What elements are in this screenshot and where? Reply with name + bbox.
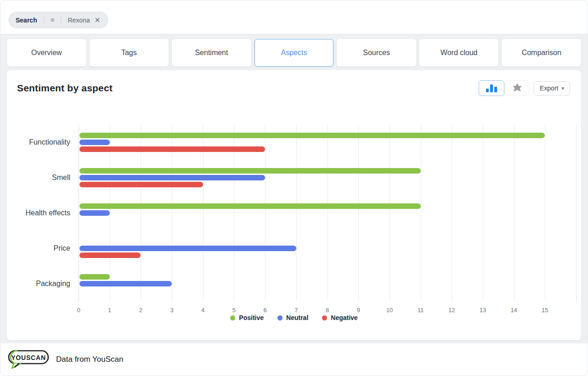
legend-item-negative[interactable]: Negative: [322, 314, 357, 321]
x-tick-label: 5: [232, 307, 236, 314]
gridline: [452, 124, 452, 301]
star-button[interactable]: [505, 80, 529, 96]
remove-filter-icon[interactable]: ✕: [94, 16, 102, 24]
export-label: Export: [540, 84, 558, 92]
gridline: [296, 124, 297, 301]
x-tick-label: 0: [77, 307, 80, 314]
legend-dot-neutral: [277, 315, 283, 320]
bar-chart-plot: 0123456789101112131415FunctionalitySmell…: [79, 124, 576, 301]
export-button[interactable]: Export ▾: [534, 81, 570, 95]
x-tick-label: 15: [542, 307, 548, 314]
tab-sources[interactable]: Sources: [337, 39, 416, 67]
bar-positive-health-effects[interactable]: [79, 203, 421, 209]
bar-positive-functionality[interactable]: [79, 133, 545, 138]
bar-neutral-health-effects[interactable]: [79, 210, 110, 216]
logo-text: YOUSCAN: [11, 354, 46, 361]
gridline: [545, 124, 545, 301]
tabs: OverviewTagsSentimentAspectsSourcesWord …: [7, 39, 581, 67]
sentiment-by-aspect-panel: Sentiment by aspect Export ▾: [7, 70, 581, 340]
bar-positive-smell[interactable]: [79, 168, 421, 174]
content-background: OverviewTagsSentimentAspectsSourcesWord …: [0, 34, 588, 343]
x-tick-label: 13: [480, 307, 486, 314]
bar-neutral-price[interactable]: [79, 246, 296, 251]
category-label-functionality: Functionality: [1, 137, 70, 147]
caret-down-icon: ▾: [561, 85, 564, 91]
gridline: [358, 124, 359, 301]
bar-negative-functionality[interactable]: [79, 146, 265, 152]
gridline: [328, 124, 328, 301]
tab-aspects[interactable]: Aspects: [254, 39, 334, 67]
tab-word-cloud[interactable]: Word cloud: [419, 39, 499, 67]
gridline: [79, 124, 79, 301]
legend-item-neutral[interactable]: Neutral: [277, 314, 308, 321]
legend-dot-negative: [322, 315, 327, 320]
filter-value[interactable]: Rexona: [61, 17, 93, 24]
x-tick-label: 3: [170, 307, 173, 314]
tab-comparison[interactable]: Comparison: [502, 39, 581, 67]
panel-header: Sentiment by aspect Export ▾: [7, 70, 581, 96]
bar-negative-smell[interactable]: [79, 182, 203, 187]
gridline: [514, 124, 514, 301]
x-tick-label: 10: [386, 307, 393, 314]
gridline: [390, 124, 390, 301]
x-tick-label: 2: [139, 307, 142, 314]
tab-overview[interactable]: Overview: [7, 39, 86, 67]
footer-attribution: Data from YouScan: [56, 355, 123, 364]
category-label-smell: Smell: [1, 173, 70, 183]
filter-operator[interactable]: =: [44, 16, 61, 24]
gridline: [265, 124, 266, 301]
star-icon: [512, 83, 522, 93]
bar-neutral-packaging[interactable]: [79, 281, 172, 286]
chart-legend: PositiveNeutralNegative: [7, 314, 581, 321]
bar-negative-price[interactable]: [79, 253, 141, 258]
x-tick-label: 11: [418, 307, 424, 314]
tab-sentiment[interactable]: Sentiment: [172, 39, 251, 67]
category-label-health-effects: Health effects: [1, 208, 70, 218]
youscan-logo: YOUSCAN: [7, 349, 50, 370]
legend-dot-positive: [230, 315, 235, 320]
top-filter-bar: Search = Rexona ✕: [0, 0, 588, 34]
x-tick-label: 12: [448, 307, 455, 314]
search-filter-chip[interactable]: Search = Rexona ✕: [8, 11, 108, 28]
x-tick-label: 9: [357, 307, 360, 314]
x-tick-label: 6: [264, 307, 267, 314]
filter-field-label[interactable]: Search: [16, 17, 44, 24]
legend-item-positive[interactable]: Positive: [230, 314, 264, 321]
gridline: [421, 124, 421, 301]
x-tick-label: 1: [108, 307, 111, 314]
category-label-price: Price: [1, 243, 70, 253]
legend-label-negative: Negative: [331, 314, 357, 321]
panel-title: Sentiment by aspect: [17, 83, 113, 94]
page: Search = Rexona ✕ OverviewTagsSentimentA…: [0, 0, 588, 376]
x-tick-label: 8: [326, 307, 329, 314]
gridline: [576, 124, 577, 301]
gridline: [483, 124, 483, 301]
category-label-packaging: Packaging: [1, 279, 70, 289]
chart-type-button[interactable]: [479, 80, 504, 96]
panel-toolbar: Export ▾: [479, 80, 570, 96]
footer: YOUSCAN Data from YouScan: [0, 343, 588, 376]
legend-label-neutral: Neutral: [286, 314, 308, 321]
x-tick-label: 14: [510, 307, 517, 314]
bar-neutral-smell[interactable]: [79, 175, 265, 180]
x-tick-label: 7: [294, 307, 298, 314]
bar-neutral-functionality[interactable]: [79, 140, 110, 145]
bar-positive-packaging[interactable]: [79, 274, 110, 280]
bar-chart-icon: [486, 84, 497, 92]
legend-label-positive: Positive: [239, 314, 264, 321]
tab-tags[interactable]: Tags: [90, 39, 169, 67]
x-tick-label: 4: [201, 307, 204, 314]
